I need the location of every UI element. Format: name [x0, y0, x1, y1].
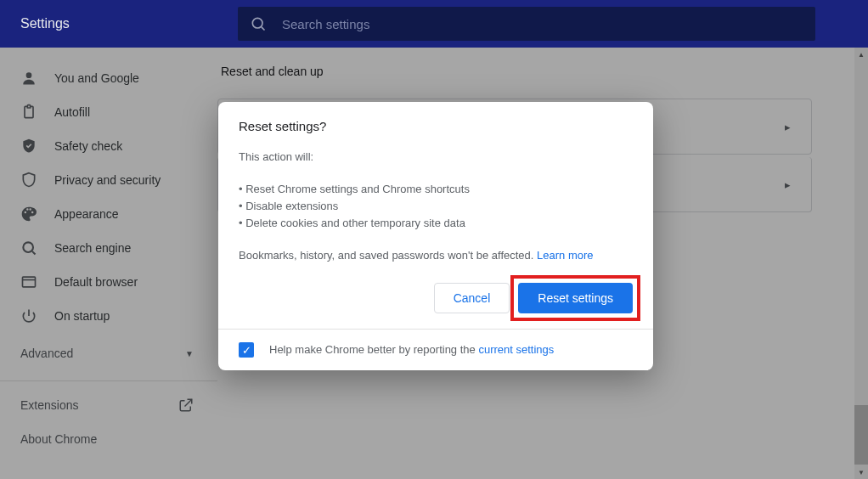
search-placeholder: Search settings	[282, 17, 369, 31]
bullet-item: • Delete cookies and other temporary sit…	[239, 215, 633, 232]
learn-more-link[interactable]: Learn more	[537, 249, 593, 262]
dialog-intro: This action will:	[239, 149, 633, 166]
reset-settings-button[interactable]: Reset settings	[518, 283, 633, 313]
report-checkbox[interactable]: ✓	[239, 342, 254, 358]
check-icon: ✓	[242, 344, 251, 357]
dialog-note: Bookmarks, history, and saved passwords …	[239, 247, 633, 264]
bullet-item: • Reset Chrome settings and Chrome short…	[239, 181, 633, 198]
bullet-item: • Disable extensions	[239, 198, 633, 215]
page-title: Settings	[14, 16, 238, 31]
dialog-bullets: • Reset Chrome settings and Chrome short…	[239, 181, 633, 232]
dialog-footer: ✓ Help make Chrome better by reporting t…	[218, 329, 653, 370]
cancel-button[interactable]: Cancel	[434, 283, 510, 313]
current-settings-link[interactable]: current settings	[478, 343, 554, 356]
footer-text: Help make Chrome better by reporting the…	[269, 341, 554, 358]
search-icon	[250, 15, 267, 32]
svg-point-0	[252, 18, 262, 28]
app-header: Settings Search settings	[0, 0, 868, 48]
svg-line-1	[262, 27, 265, 31]
reset-settings-dialog: Reset settings? This action will: • Rese…	[218, 102, 653, 370]
dialog-title: Reset settings?	[239, 119, 633, 133]
search-input[interactable]: Search settings	[238, 7, 815, 41]
